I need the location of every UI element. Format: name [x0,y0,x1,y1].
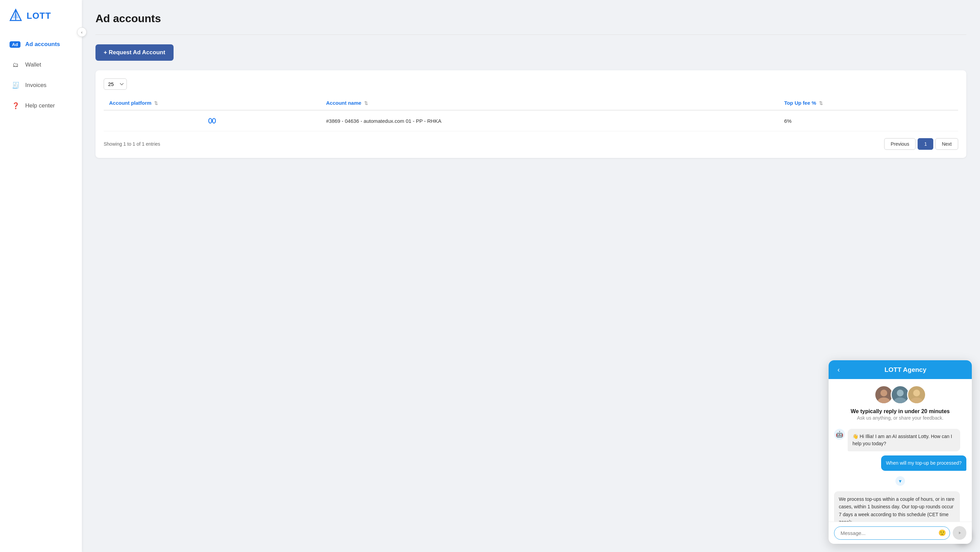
sidebar-item-help-center[interactable]: ❓ Help center [3,96,79,115]
sidebar: LOTT ‹ Ad Ad accounts 🗂 Wallet 🧾 Invoice… [0,0,82,552]
chat-input-area: 🙂 [829,522,972,544]
per-page-select[interactable]: 10 25 50 100 [103,78,127,90]
meta-icon [109,116,315,126]
request-ad-account-button[interactable]: + Request Ad Account [95,45,173,61]
col-fee: Top Up fee % ⇅ [779,96,958,110]
logo: LOTT [0,8,82,34]
bot-message-1: 👋 Hi Illia! I am an AI assistant Lotty. … [848,429,960,451]
avatar-3 [907,385,926,404]
sidebar-collapse-button[interactable]: ‹ [77,27,87,37]
chat-messages: 🤖 👋 Hi Illia! I am an AI assistant Lotty… [829,426,972,522]
table-container: 10 25 50 100 Account platform ⇅ Account … [95,70,966,158]
svg-point-10 [913,389,920,396]
table-header-row: Account platform ⇅ Account name ⇅ Top Up… [103,96,958,110]
svg-point-3 [209,118,212,123]
chat-input-wrapper: 🙂 [834,526,950,540]
chat-avatars [829,379,972,407]
svg-point-11 [910,397,923,403]
scroll-down-button[interactable]: ▼ [896,476,905,486]
bot-message-1-row: 🤖 👋 Hi Illia! I am an AI assistant Lotty… [834,429,966,451]
chat-header: ‹ LOTT Agency [829,360,972,379]
svg-point-9 [894,397,906,403]
chat-title: LOTT Agency [846,366,965,373]
cell-platform [103,110,321,131]
previous-button[interactable]: Previous [884,138,916,150]
svg-point-6 [880,389,887,396]
cell-fee: 6% [779,110,958,131]
user-message-1: When will my top-up be processed? [881,455,966,471]
pagination: Showing 1 to 1 of 1 entries Previous 1 N… [103,138,958,150]
sidebar-item-invoices[interactable]: 🧾 Invoices [3,76,79,95]
help-center-icon: ❓ [11,101,21,110]
invoices-icon: 🧾 [11,80,21,90]
svg-point-7 [878,397,890,403]
scroll-down-indicator: ▼ [834,475,966,487]
logo-text: LOTT [27,11,51,21]
cell-name: #3869 - 04636 - automatedux.com 01 - PP … [321,110,778,131]
bot-icon-1: 🤖 [834,429,845,440]
logo-icon [8,8,23,23]
col-name: Account name ⇅ [321,96,778,110]
svg-point-4 [212,118,215,123]
chat-message-input[interactable] [834,526,950,540]
table-controls: 10 25 50 100 [103,78,958,90]
col-platform: Account platform ⇅ [103,96,321,110]
chat-reply-info: We typically reply in under 20 minutes [829,407,972,415]
page-1-button[interactable]: 1 [918,138,933,150]
wallet-icon: 🗂 [11,60,21,70]
ad-accounts-icon: Ad [11,40,21,49]
sidebar-item-ad-accounts[interactable]: Ad Ad accounts [3,35,79,54]
bot-message-2: We process top-ups within a couple of ho… [834,491,960,522]
sidebar-item-ad-accounts-label: Ad accounts [25,41,60,48]
pagination-info: Showing 1 to 1 of 1 entries [103,141,160,147]
sidebar-item-help-center-label: Help center [25,102,55,109]
sidebar-item-invoices-label: Invoices [25,82,46,89]
page-title: Ad accounts [95,12,966,25]
svg-point-8 [897,389,904,396]
sidebar-item-wallet-label: Wallet [25,61,41,68]
chat-widget: ‹ LOTT Agency We typically reply in unde… [829,360,972,544]
fee-sort-icon[interactable]: ⇅ [819,101,823,106]
chat-reply-sub: Ask us anything, or share your feedback. [829,415,972,426]
table-row: #3869 - 04636 - automatedux.com 01 - PP … [103,110,958,131]
next-button[interactable]: Next [935,138,958,150]
ad-accounts-table: Account platform ⇅ Account name ⇅ Top Up… [103,96,958,131]
name-sort-icon[interactable]: ⇅ [364,101,368,106]
emoji-button[interactable]: 🙂 [939,529,946,537]
chat-send-button[interactable] [953,526,966,540]
sidebar-item-wallet[interactable]: 🗂 Wallet [3,55,79,74]
pagination-controls: Previous 1 Next [884,138,958,150]
chat-back-button[interactable]: ‹ [835,366,842,373]
platform-sort-icon[interactable]: ⇅ [154,101,158,106]
